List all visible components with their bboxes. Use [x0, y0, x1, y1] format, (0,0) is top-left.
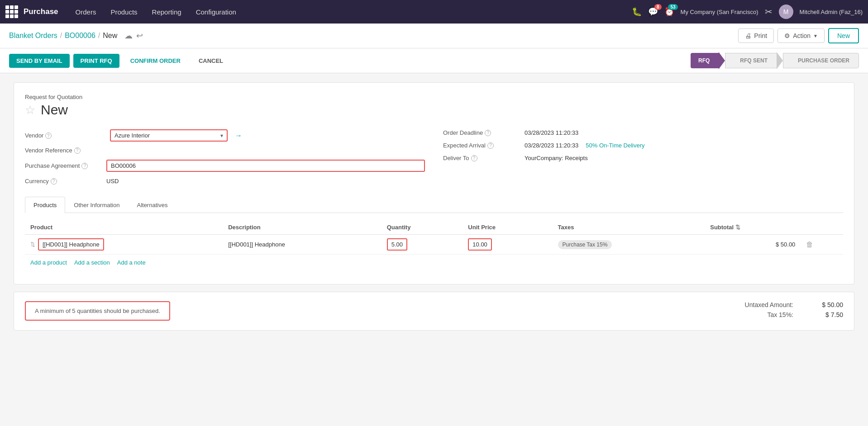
add-note-link[interactable]: Add a note — [117, 259, 146, 266]
tax-row: Tax 15%: $ 7.50 — [730, 311, 843, 318]
delete-row-icon[interactable]: 🗑 — [806, 241, 813, 248]
purchase-agreement-highlighted[interactable]: BO00006 — [106, 160, 425, 172]
td-unit-price: 10.00 — [463, 235, 552, 255]
quantity-cell-highlighted[interactable]: 5.00 — [387, 238, 407, 251]
tab-alternatives[interactable]: Alternatives — [128, 197, 176, 213]
vendor-field-highlighted[interactable]: ▾ — [110, 129, 228, 142]
breadcrumb-bo00006[interactable]: BO00006 — [65, 32, 95, 40]
currency-value[interactable]: USD — [106, 178, 425, 185]
print-icon: 🖨 — [745, 32, 751, 39]
activity-icon[interactable]: ⏰ 53 — [664, 7, 674, 17]
page-header: Blanket Orders / BO00006 / New ☁ ↩ 🖨 Pri… — [0, 24, 868, 48]
rfq-label: Request for Quotation — [25, 94, 843, 100]
print-rfq-button[interactable]: PRINT RFQ — [73, 54, 119, 68]
order-deadline-help-icon[interactable]: ? — [485, 130, 491, 136]
favorite-star-icon[interactable]: ☆ — [25, 103, 35, 117]
print-button[interactable]: 🖨 Print — [738, 28, 774, 43]
action-button[interactable]: ⚙ Action ▼ — [777, 28, 825, 43]
td-subtotal: $ 50.00 — [705, 235, 801, 255]
totals-section: Untaxed Amount: $ 50.00 Tax 15%: $ 7.50 — [730, 301, 843, 321]
add-section-link[interactable]: Add a section — [74, 259, 110, 266]
vendor-reference-value[interactable] — [106, 147, 425, 154]
td-quantity: 5.00 — [382, 235, 463, 255]
action-label: Action — [793, 32, 811, 39]
vendor-input[interactable] — [114, 132, 220, 139]
table-row: ⇅ [[HD001]] Headphone [[HD001]] Headphon… — [25, 235, 843, 255]
upload-icon[interactable]: ☁ — [124, 31, 133, 41]
unit-price-cell-highlighted[interactable]: 10.00 — [468, 238, 492, 251]
nav-reporting[interactable]: Reporting — [146, 5, 188, 19]
order-deadline-row: Order Deadline ? 03/28/2023 11:20:33 — [443, 127, 843, 139]
new-button[interactable]: New — [828, 28, 859, 43]
tax-badge[interactable]: Purchase Tax 15% — [558, 240, 612, 249]
td-product: ⇅ [[HD001]] Headphone — [25, 235, 223, 255]
untaxed-value: $ 50.00 — [807, 301, 843, 308]
deliver-to-value[interactable]: YourCompany: Receipts — [525, 155, 843, 161]
order-deadline-value[interactable]: 03/28/2023 11:20:33 — [525, 129, 843, 136]
company-name[interactable]: My Company (San Francisco) — [681, 9, 758, 15]
undo-icon[interactable]: ↩ — [136, 31, 143, 41]
deliver-to-help-icon[interactable]: ? — [471, 155, 477, 161]
currency-row: Currency ? USD — [25, 175, 425, 188]
tab-products[interactable]: Products — [25, 197, 65, 213]
expected-arrival-label: Expected Arrival ? — [443, 142, 525, 149]
form-right-col: Order Deadline ? 03/28/2023 11:20:33 Exp… — [443, 127, 843, 188]
purchase-agreement-input[interactable]: BO00006 — [111, 162, 420, 169]
username: Mitchell Admin (Faz_16) — [800, 9, 863, 15]
breadcrumb-sep2: / — [98, 32, 100, 40]
tabs-header: Products Other Information Alternatives — [25, 197, 843, 213]
product-cell-highlighted[interactable]: [[HD001]] Headphone — [38, 238, 104, 251]
settings-icon[interactable]: ✂ — [765, 6, 773, 17]
send-email-button[interactable]: SEND BY EMAIL — [9, 54, 70, 68]
vendor-dropdown-icon[interactable]: ▾ — [220, 133, 223, 139]
vendor-reference-label: Vendor Reference ? — [25, 147, 106, 154]
nav-products[interactable]: Products — [104, 5, 143, 19]
avatar[interactable]: M — [779, 5, 793, 19]
pipeline-arrow-1 — [719, 52, 725, 69]
purchase-agreement-value[interactable]: BO00006 — [106, 160, 425, 172]
confirm-order-button[interactable]: CONFIRM ORDER — [123, 54, 188, 68]
breadcrumb-blanket-orders[interactable]: Blanket Orders — [9, 32, 57, 40]
on-time-delivery[interactable]: 50% On-Time Delivery — [586, 142, 644, 149]
th-actions — [801, 220, 843, 235]
vendor-reference-input[interactable] — [106, 147, 425, 154]
tab-other-information[interactable]: Other Information — [65, 197, 128, 213]
pipeline-step-purchase-order[interactable]: PURCHASE ORDER — [783, 53, 859, 68]
pipeline-step-rfq-sent[interactable]: RFQ SENT — [725, 53, 777, 68]
navbar-brand[interactable]: Purchase — [24, 7, 58, 16]
product-table: Product Description Quantity Unit Price — [25, 220, 843, 255]
form-card: Request for Quotation ☆ New Vendor ? ▾ — [14, 82, 854, 284]
breadcrumb-current: New — [103, 32, 117, 40]
record-title: ☆ New — [25, 102, 843, 118]
expected-arrival-help-icon[interactable]: ? — [487, 142, 494, 149]
currency-help-icon[interactable]: ? — [51, 178, 57, 185]
form-left-col: Vendor ? ▾ → Vendor Reference ? — [25, 127, 425, 188]
app-grid-icon[interactable] — [5, 5, 18, 18]
th-product: Product — [25, 220, 223, 235]
td-description[interactable]: [[HD001]] Headphone — [223, 235, 382, 255]
pipeline-step-rfq[interactable]: RFQ — [691, 53, 719, 68]
vendor-arrow-btn[interactable]: → — [235, 132, 242, 140]
activity-badge: 53 — [668, 4, 677, 10]
vendor-reference-row: Vendor Reference ? — [25, 144, 425, 157]
vendor-ref-help-icon[interactable]: ? — [74, 147, 81, 154]
reorder-icon[interactable]: ⇅ — [735, 224, 740, 231]
action-bar: SEND BY EMAIL PRINT RFQ CONFIRM ORDER CA… — [0, 48, 868, 73]
vendor-help-icon[interactable]: ? — [45, 133, 52, 139]
cancel-button[interactable]: CANCEL — [191, 54, 230, 68]
debug-icon[interactable]: 🐛 — [632, 7, 642, 17]
td-delete: 🗑 — [801, 235, 843, 255]
purchase-agreement-label: Purchase Agreement ? — [25, 162, 106, 169]
sort-handle-icon[interactable]: ⇅ — [30, 241, 35, 248]
chat-icon[interactable]: 💬 8 — [648, 7, 658, 17]
nav-configuration[interactable]: Configuration — [190, 5, 243, 19]
nav-orders[interactable]: Orders — [69, 5, 103, 19]
currency-label: Currency ? — [25, 178, 106, 185]
min-qty-note: A minimum of 5 quantities should be purc… — [25, 301, 170, 321]
add-product-link[interactable]: Add a product — [30, 259, 67, 266]
tax-label: Tax 15%: — [730, 311, 793, 318]
untaxed-label: Untaxed Amount: — [730, 301, 793, 308]
gear-icon: ⚙ — [784, 32, 790, 39]
purchase-agreement-help-icon[interactable]: ? — [81, 163, 88, 169]
status-pipeline: RFQ RFQ SENT PURCHASE ORDER — [691, 52, 859, 69]
